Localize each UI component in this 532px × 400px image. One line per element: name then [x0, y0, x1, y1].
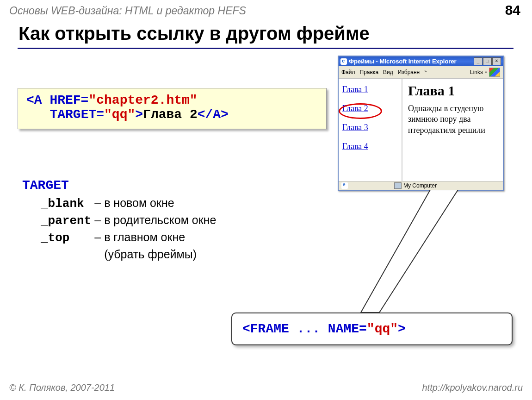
footer-copyright: © К. Поляков, 2007-2011 — [9, 382, 115, 393]
link-ch2[interactable]: Глава 2 — [342, 104, 398, 113]
code-href-value: "chapter2.htm" — [88, 93, 197, 107]
frame-open: <FRAME ... — [242, 322, 328, 336]
kw-parent: _parent — [41, 214, 91, 228]
link-ch1[interactable]: Глава 1 — [342, 85, 398, 94]
frame-code-callout: <FRAME ... NAME="qq"> — [231, 312, 513, 345]
kw-blank: _blank — [41, 197, 84, 211]
ie-icon — [340, 58, 347, 65]
browser-menubar: Файл Правка Вид Избранн » Links » — [339, 66, 503, 79]
svg-marker-0 — [361, 190, 458, 312]
slide-title: Как открыть ссылку в другом фрейме — [19, 23, 370, 44]
target-heading: TARGET — [22, 178, 219, 193]
computer-icon — [394, 182, 402, 189]
desc-extra: (убрать фреймы) — [104, 248, 218, 263]
target-section: TARGET _blank – в новом окне _parent – в… — [22, 178, 219, 264]
close-button[interactable]: × — [492, 57, 501, 65]
menu-file[interactable]: Файл — [341, 69, 355, 75]
dash-1: – — [94, 213, 103, 230]
page-number: 84 — [505, 2, 520, 18]
code-open: <A HREF= — [26, 93, 88, 107]
links-label[interactable]: Links — [470, 69, 483, 75]
minimize-button[interactable]: _ — [474, 57, 483, 65]
status-text: My Computer — [403, 182, 437, 189]
code-gt: > — [135, 107, 143, 122]
desc-parent: в родительском окне — [104, 213, 218, 230]
callout-pointer — [338, 190, 504, 319]
dash-2: – — [94, 231, 103, 247]
footer-url: http://kpolyakov.narod.ru — [422, 382, 523, 393]
browser-content: Глава 1 Глава 2 Глава 3 Глава 4 Глава 1 … — [339, 79, 503, 181]
code-target-value: "qq" — [104, 107, 135, 122]
slide-topic: Основы WEB-дизайна: HTML и редактор HEFS — [9, 5, 246, 17]
browser-titlebar: Фреймы - Microsoft Internet Explorer _ □… — [339, 56, 503, 66]
link-ch4[interactable]: Глава 4 — [342, 142, 398, 151]
code-target-attr: TARGET= — [49, 107, 104, 122]
menu-fav[interactable]: Избранн — [398, 69, 420, 75]
kw-top: _top — [41, 231, 69, 245]
browser-title: Фреймы - Microsoft Internet Explorer — [349, 58, 457, 65]
frame-qq: "qq" — [367, 322, 398, 336]
maximize-button[interactable]: □ — [483, 57, 492, 65]
frame-left: Глава 1 Глава 2 Глава 3 Глава 4 — [339, 79, 402, 181]
menu-view[interactable]: Вид — [383, 69, 393, 75]
desc-blank: в новом окне — [104, 196, 218, 212]
links-more-icon[interactable]: » — [485, 70, 487, 75]
code-link-text: Глава 2 — [143, 107, 198, 122]
ie-status-icon — [341, 182, 348, 189]
menu-edit[interactable]: Правка — [360, 69, 379, 75]
code-close-tag: </A> — [198, 107, 229, 122]
content-heading: Глава 1 — [408, 83, 497, 99]
dash-0: – — [94, 196, 103, 212]
link-ch3[interactable]: Глава 3 — [342, 123, 398, 132]
content-text: Однажды в студеную зимнюю пору два птеро… — [408, 103, 497, 136]
browser-statusbar: My Computer — [339, 181, 503, 190]
title-underline — [18, 48, 513, 49]
browser-window: Фреймы - Microsoft Internet Explorer _ □… — [338, 56, 504, 191]
frame-close: > — [398, 322, 406, 336]
windows-logo-icon — [489, 68, 500, 77]
frame-name-attr: NAME= — [328, 322, 367, 336]
desc-top: в главном окне — [104, 231, 218, 247]
code-example-box: <A HREF="chapter2.htm" TARGET="qq">Глава… — [18, 88, 327, 129]
menu-more-icon[interactable]: » — [424, 69, 427, 75]
frame-right: Глава 1 Однажды в студеную зимнюю пору д… — [402, 79, 503, 181]
